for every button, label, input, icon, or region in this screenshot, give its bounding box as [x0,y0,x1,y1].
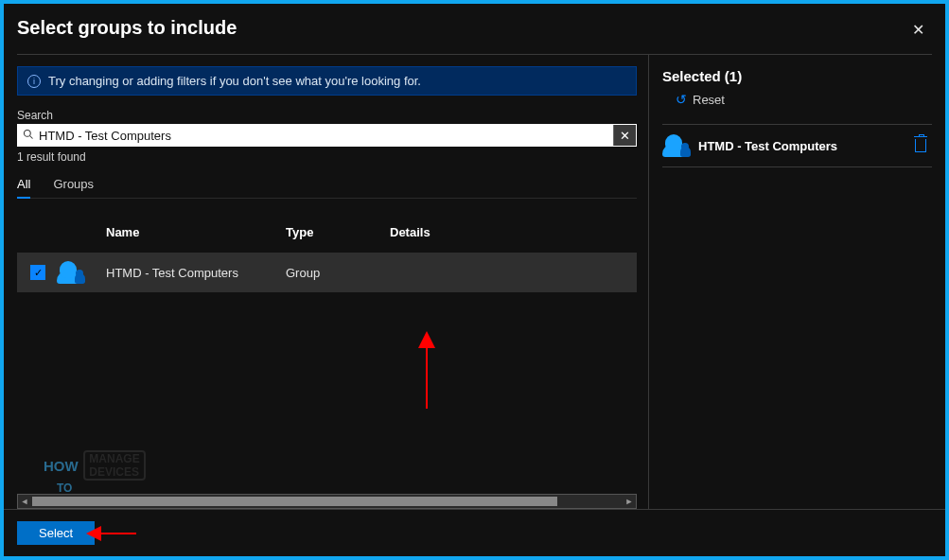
svg-line-1 [30,135,33,138]
selected-item-name: HTMD - Test Computers [698,139,905,153]
annotation-arrow-up [426,344,428,409]
watermark: HOW MANAGE DEVICES TO [44,450,146,495]
select-button[interactable]: Select [17,521,95,545]
scroll-right-icon[interactable]: ► [623,497,636,506]
selected-item[interactable]: HTMD - Test Computers [662,124,932,167]
reset-icon: ↺ [676,92,687,107]
reset-button[interactable]: ↺ Reset [662,92,932,107]
col-details[interactable]: Details [390,225,637,247]
horizontal-scrollbar[interactable]: ◄ ► [17,494,637,509]
tabs: All Groups [17,177,637,199]
search-input[interactable] [39,125,613,146]
search-icon [18,129,39,143]
annotation-arrow-left [98,533,136,534]
dialog-window: Select groups to include ✕ i Try changin… [4,4,945,556]
search-label: Search [17,109,637,122]
delete-icon[interactable] [915,139,926,152]
tab-all[interactable]: All [17,177,30,199]
col-type[interactable]: Type [286,225,390,247]
scroll-left-icon[interactable]: ◄ [18,497,31,506]
col-name[interactable]: Name [106,225,286,247]
footer: Select [4,509,945,556]
svg-point-0 [25,130,31,136]
row-checkbox[interactable]: ✓ [30,265,45,280]
reset-label: Reset [693,93,725,107]
group-icon [57,261,83,284]
info-icon: i [27,75,41,88]
row-name: HTMD - Test Computers [106,266,286,280]
info-bar: i Try changing or adding filters if you … [17,66,637,96]
right-panel: Selected (1) ↺ Reset HTMD - Test Compute… [648,55,932,509]
info-message: Try changing or adding filters if you do… [48,74,421,88]
tab-groups[interactable]: Groups [53,177,94,198]
result-count: 1 result found [17,150,637,164]
group-icon [662,134,689,157]
content-area: i Try changing or adding filters if you … [4,55,945,509]
results-header: Name Type Details [17,225,637,247]
row-type: Group [286,266,390,280]
clear-search-button[interactable]: ✕ [613,125,636,146]
search-box: ✕ [17,124,637,147]
dialog-title: Select groups to include [17,17,908,39]
scroll-thumb[interactable] [32,497,557,506]
selected-title: Selected (1) [662,68,932,84]
close-icon[interactable]: ✕ [908,21,928,39]
left-panel: i Try changing or adding filters if you … [17,55,637,509]
title-bar: Select groups to include ✕ [4,4,945,46]
table-row[interactable]: ✓ HTMD - Test Computers Group [17,253,637,292]
